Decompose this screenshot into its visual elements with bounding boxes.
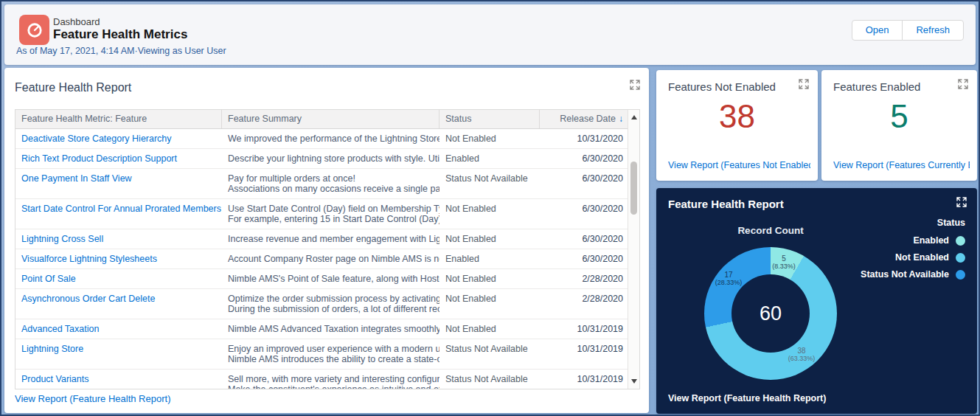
feature-link[interactable]: Lightning Cross Sell — [21, 234, 103, 244]
legend-item-enabled[interactable]: Enabled — [861, 235, 965, 246]
feature-summary-cell: Enjoy an improved user experience with a… — [222, 339, 439, 370]
release-date-cell: 6/30/2020 — [540, 149, 629, 169]
feature-link[interactable]: Product Variants — [21, 374, 88, 384]
feature-summary-cell: We improved the performance of the Light… — [222, 129, 439, 149]
legend-title: Status — [861, 218, 965, 228]
feature-link[interactable]: Asynchronous Order Cart Delete — [21, 294, 155, 304]
summary-line-1: Describe your lightning store products w… — [228, 153, 434, 164]
feature-cell: One Payment In Staff View — [15, 169, 222, 199]
expand-icon[interactable] — [958, 79, 968, 89]
features-not-enabled-card: Features Not Enabled 38 View Report (Fea… — [656, 70, 818, 181]
vertical-scrollbar[interactable] — [628, 110, 639, 389]
table-row: Start Date Control For Annual Prorated M… — [15, 199, 629, 229]
scrollbar-thumb[interactable] — [630, 162, 637, 215]
legend-label: Not Enabled — [895, 252, 949, 263]
expand-icon[interactable] — [799, 79, 809, 89]
column-header-release-date[interactable]: Release Date↓ — [540, 110, 629, 128]
table-row: Asynchronous Order Cart Delete Optimize … — [15, 289, 629, 319]
summary-line-1: Pay for multiple orders at once! — [228, 173, 434, 184]
release-date-cell: 2/28/2020 — [540, 269, 629, 289]
view-report-link-enabled[interactable]: View Report (Features Currently En... — [833, 160, 970, 170]
feature-cell: Deactivate Store Category Hierarchy — [15, 129, 222, 149]
feature-summary-cell: Nimble AMS's Point of Sale feature, alon… — [222, 269, 439, 289]
feature-summary-cell: Increase revenue and member engagement w… — [222, 229, 439, 249]
expand-icon[interactable] — [630, 80, 640, 90]
record-count-label: Record Count — [704, 225, 837, 236]
metric-title: Features Enabled — [833, 80, 920, 93]
status-cell: Not Enabled — [439, 199, 540, 229]
legend-dot-enabled-icon — [956, 236, 965, 246]
summary-line-1: Nimble AMS Advanced Taxation integrates … — [228, 324, 434, 334]
column-header-summary[interactable]: Feature Summary — [222, 110, 439, 128]
metric-value: 38 — [656, 98, 818, 135]
slice-percent: (8.33%) — [772, 263, 796, 271]
chart-legend: Status Enabled Not Enabled Status Not Av… — [861, 218, 965, 286]
chart-card-title: Feature Health Report — [668, 198, 784, 210]
features-enabled-card: Features Enabled 5 View Report (Features… — [821, 70, 977, 181]
expand-icon[interactable] — [956, 197, 967, 207]
summary-line-2: Make the constituent's experience as int… — [228, 384, 434, 389]
release-date-cell: 2/28/2020 — [540, 289, 629, 319]
status-cell: Enabled — [439, 249, 540, 269]
table-row: Deactivate Store Category Hierarchy We i… — [15, 129, 629, 149]
feature-link[interactable]: Rich Text Product Description Support — [21, 153, 177, 164]
donut-chart[interactable]: 60 — [704, 247, 837, 380]
summary-line-2: Nimble AMS introduces the ability to cre… — [228, 354, 434, 364]
scroll-down-icon[interactable] — [631, 379, 637, 384]
status-cell: Status Not Available — [439, 339, 540, 370]
legend-item-status-not-available[interactable]: Status Not Available — [861, 269, 965, 280]
feature-cell: Advanced Taxation — [15, 319, 222, 339]
release-date-cell: 6/30/2020 — [540, 229, 629, 249]
table-card-title: Feature Health Report — [15, 81, 131, 94]
feature-summary-cell: Describe your lightning store products w… — [222, 149, 439, 169]
feature-link[interactable]: Visualforce Lightning Stylesheets — [21, 254, 157, 264]
feature-link[interactable]: Advanced Taxation — [21, 324, 99, 334]
feature-summary-cell: Use Start Date Control (Day) field on Me… — [222, 199, 439, 229]
feature-cell: Point Of Sale — [15, 269, 222, 289]
status-cell: Status Not Available — [439, 370, 540, 389]
dashboard-gauge-icon — [19, 15, 49, 45]
table-row: Advanced Taxation Nimble AMS Advanced Ta… — [15, 319, 629, 339]
open-button[interactable]: Open — [852, 20, 903, 41]
refresh-button[interactable]: Refresh — [902, 20, 964, 41]
column-header-status[interactable]: Status — [439, 110, 540, 128]
status-cell: Status Not Available — [439, 169, 540, 199]
feature-cell: Start Date Control For Annual Prorated M… — [15, 199, 222, 229]
header-button-group: Open Refresh — [852, 20, 964, 41]
legend-dot-not-enabled-icon — [956, 253, 965, 263]
scroll-up-icon[interactable] — [631, 115, 637, 119]
table-row: Lightning Cross Sell Increase revenue an… — [15, 229, 629, 249]
report-table: Feature Health Metric: Feature Feature S… — [15, 109, 640, 389]
slice-label-status-not-available: 17 (28.33%) — [715, 271, 743, 287]
summary-line-1: Sell more, with more variety and interes… — [228, 374, 434, 384]
table-header-row: Feature Health Metric: Feature Feature S… — [15, 110, 629, 129]
feature-link[interactable]: Lightning Store — [21, 344, 83, 354]
feature-link[interactable]: One Payment In Staff View — [21, 173, 132, 184]
legend-item-not-enabled[interactable]: Not Enabled — [861, 252, 965, 263]
page-title: Feature Health Metrics — [53, 27, 187, 42]
feature-summary-cell: Account Company Roster page on Nimble AM… — [222, 249, 439, 269]
status-cell: Not Enabled — [439, 129, 540, 149]
feature-link[interactable]: Deactivate Store Category Hierarchy — [21, 134, 172, 144]
release-date-cell: 10/31/2019 — [540, 319, 629, 339]
view-report-link-chart[interactable]: View Report (Feature Health Report) — [668, 393, 826, 403]
status-cell: Not Enabled — [439, 269, 540, 289]
feature-link[interactable]: Point Of Sale — [21, 274, 76, 284]
summary-line-1: Optimize the order submission process by… — [228, 294, 434, 304]
feature-cell: Visualforce Lightning Stylesheets — [15, 249, 222, 269]
release-date-cell: 6/30/2020 — [540, 199, 629, 229]
metric-value: 5 — [821, 98, 977, 135]
release-date-label: Release Date — [560, 114, 616, 124]
dashboard-header: Dashboard Feature Health Metrics As of M… — [4, 4, 976, 65]
column-header-feature[interactable]: Feature Health Metric: Feature — [15, 110, 222, 128]
view-report-link-table[interactable]: View Report (Feature Health Report) — [15, 393, 170, 404]
summary-line-1: Nimble AMS's Point of Sale feature, alon… — [228, 274, 434, 284]
table-body: Deactivate Store Category Hierarchy We i… — [15, 129, 639, 389]
donut-center: 60 — [731, 274, 810, 353]
feature-cell: Lightning Store — [15, 339, 222, 370]
view-report-link-not-enabled[interactable]: View Report (Features Not Enabled) — [668, 160, 810, 170]
feature-link[interactable]: Start Date Control For Annual Prorated M… — [21, 204, 221, 214]
feature-cell: Product Variants — [15, 370, 222, 389]
release-date-cell: 10/31/2019 — [540, 370, 629, 389]
table-row: Lightning Store Enjoy an improved user e… — [15, 339, 629, 370]
